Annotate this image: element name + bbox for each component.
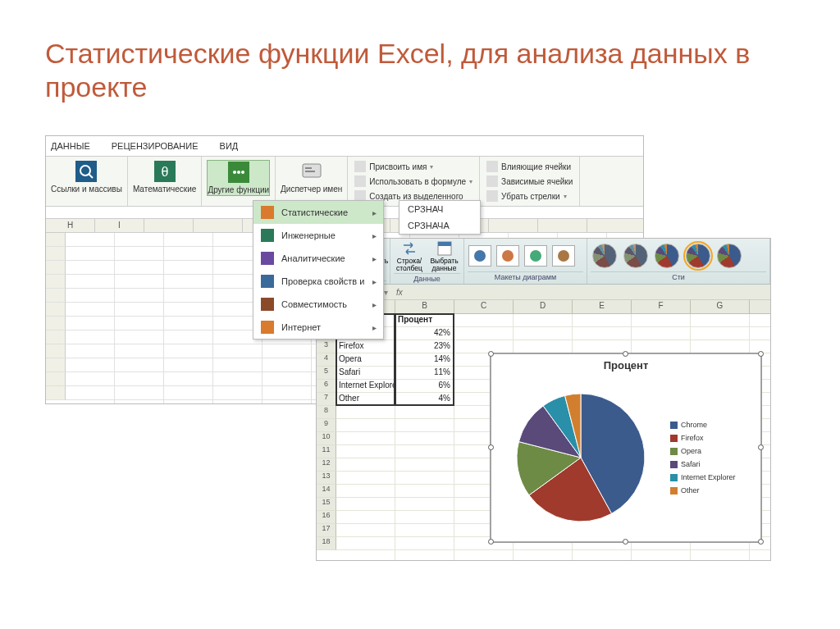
style-thumb[interactable] bbox=[655, 244, 679, 268]
row-header[interactable]: 14 bbox=[317, 485, 336, 498]
cell[interactable]: Safari bbox=[336, 367, 394, 379]
row-header[interactable]: 10 bbox=[317, 432, 336, 445]
cell[interactable]: 42% bbox=[395, 327, 453, 340]
svg-rect-16 bbox=[261, 298, 274, 311]
dropdown-web[interactable]: Интернет▸ bbox=[253, 316, 383, 339]
dropdown-cube[interactable]: Аналитические▸ bbox=[253, 247, 383, 270]
legend-item: Chrome bbox=[670, 421, 756, 429]
chart-title: Процент bbox=[491, 354, 760, 376]
tab-data[interactable]: ДАННЫЕ bbox=[48, 139, 94, 153]
svg-rect-0 bbox=[75, 161, 97, 182]
col-b[interactable]: B bbox=[395, 300, 454, 313]
lookup-label: Ссылки и массивы bbox=[51, 185, 122, 194]
row-header[interactable]: 8 bbox=[317, 406, 336, 419]
ribbon-tabs: ДАННЫЕ РЕЦЕНЗИРОВАНИЕ ВИД bbox=[46, 136, 643, 157]
select-data-button[interactable]: Выбрать данные bbox=[428, 240, 460, 273]
dropdown-compat[interactable]: Совместимость▸ bbox=[253, 293, 383, 316]
row-header[interactable]: 16 bbox=[317, 511, 336, 524]
excel-chart-screenshot: Изменить тип диаграммы Сохранить как шаб… bbox=[316, 238, 771, 561]
col-header-h[interactable]: H bbox=[46, 219, 95, 232]
row-header[interactable]: 15 bbox=[317, 498, 336, 511]
cell[interactable]: 11% bbox=[395, 367, 453, 379]
svg-point-8 bbox=[241, 171, 244, 174]
select-data-icon bbox=[436, 240, 453, 257]
legend-item: Safari bbox=[670, 460, 756, 468]
svg-rect-11 bbox=[305, 171, 315, 172]
row-header[interactable]: 3 bbox=[317, 340, 336, 353]
cell[interactable]: 23% bbox=[395, 340, 453, 353]
legend-item: Firefox bbox=[670, 434, 756, 442]
row-header[interactable]: 12 bbox=[317, 458, 336, 472]
row-header[interactable]: 13 bbox=[317, 472, 336, 485]
cell[interactable]: Opera bbox=[336, 353, 394, 366]
svg-rect-12 bbox=[261, 206, 274, 219]
style-thumb[interactable] bbox=[686, 244, 710, 268]
cube-icon bbox=[260, 251, 275, 266]
col-e[interactable]: E bbox=[573, 300, 632, 313]
row-header[interactable]: 11 bbox=[317, 445, 336, 458]
stat-icon bbox=[260, 205, 275, 220]
layout-thumb-4[interactable] bbox=[552, 245, 575, 267]
dropdown-engineering[interactable]: Инженерные▸ bbox=[253, 224, 383, 247]
flyout-averagea[interactable]: СРЗНАЧА bbox=[399, 217, 480, 234]
style-thumb[interactable] bbox=[592, 244, 617, 268]
cell[interactable]: Firefox bbox=[336, 340, 394, 353]
more-functions-button[interactable]: Другие функции bbox=[207, 160, 270, 196]
math-button[interactable]: θ Математические bbox=[133, 160, 197, 194]
svg-rect-17 bbox=[261, 321, 274, 334]
define-name-item[interactable]: Присвоить имя ▾ bbox=[353, 160, 474, 173]
col-g[interactable]: G bbox=[691, 300, 750, 313]
tab-view[interactable]: ВИД bbox=[217, 139, 242, 153]
cell[interactable]: Процент bbox=[395, 314, 453, 326]
cell[interactable]: 6% bbox=[395, 380, 453, 392]
cell[interactable]: 4% bbox=[395, 393, 453, 405]
col-f[interactable]: F bbox=[632, 300, 691, 313]
row-header[interactable]: 18 bbox=[317, 537, 336, 550]
cell[interactable]: Internet Explorer bbox=[336, 380, 394, 392]
layout-thumb-1[interactable] bbox=[468, 245, 491, 267]
style-thumb[interactable] bbox=[717, 244, 742, 268]
col-header-i[interactable]: I bbox=[95, 219, 144, 232]
svg-point-26 bbox=[502, 250, 514, 262]
style-thumb[interactable] bbox=[623, 244, 648, 268]
more-label: Другие функции bbox=[208, 185, 269, 195]
fx-icon[interactable]: fx bbox=[391, 288, 408, 297]
ribbon-bar: Ссылки и массивы θ Математические Другие… bbox=[46, 157, 643, 207]
trace-precedents-item[interactable]: Влияющие ячейки bbox=[485, 160, 574, 173]
math-label: Математические bbox=[133, 185, 197, 194]
compat-icon bbox=[260, 297, 275, 312]
flyout-average[interactable]: СРЗНАЧ bbox=[399, 201, 480, 217]
row-header[interactable]: 4 bbox=[317, 353, 336, 367]
col-d[interactable]: D bbox=[514, 300, 573, 313]
col-c[interactable]: C bbox=[454, 300, 514, 313]
dropdown-statistical[interactable]: Статистические▸ bbox=[253, 201, 383, 224]
switch-row-col-button[interactable]: Строка/столбец bbox=[394, 240, 425, 273]
column-headers-2: A B C D E F G bbox=[317, 300, 770, 314]
name-manager-label: Диспетчер имен bbox=[281, 185, 342, 194]
row-header[interactable]: 5 bbox=[317, 367, 336, 380]
row-header[interactable]: 6 bbox=[317, 380, 336, 393]
name-manager-button[interactable]: Диспетчер имен bbox=[281, 160, 342, 194]
layout-thumb-3[interactable] bbox=[524, 245, 547, 267]
group-layouts-label: Макеты диаграмм bbox=[468, 271, 583, 282]
svg-rect-13 bbox=[261, 229, 274, 242]
row-header[interactable]: 7 bbox=[317, 393, 336, 406]
layout-thumb-2[interactable] bbox=[496, 245, 519, 267]
trace-dependents-item[interactable]: Зависимые ячейки bbox=[485, 175, 574, 188]
row-header[interactable]: 17 bbox=[317, 524, 336, 537]
svg-rect-10 bbox=[305, 167, 312, 169]
row-header[interactable]: 9 bbox=[317, 419, 336, 432]
worksheet-grid-2[interactable]: 123456789101112131415161718 БраузерПроце… bbox=[317, 314, 770, 560]
dropdown-info[interactable]: Проверка свойств и▸ bbox=[253, 270, 383, 293]
eng-icon bbox=[260, 228, 275, 243]
svg-point-27 bbox=[530, 250, 541, 262]
group-data-label: Данные bbox=[394, 273, 460, 284]
use-in-formula-item[interactable]: Использовать в формуле ▾ bbox=[353, 175, 474, 188]
remove-arrows-item[interactable]: Убрать стрелки ▾ bbox=[485, 189, 574, 203]
cell[interactable]: 14% bbox=[395, 353, 453, 366]
embedded-pie-chart[interactable]: Процент ChromeFirefoxOperaSafariInternet… bbox=[491, 353, 761, 542]
slide-title: Статистические функции Excel, для анализ… bbox=[0, 0, 840, 121]
tab-review[interactable]: РЕЦЕНЗИРОВАНИЕ bbox=[108, 139, 202, 153]
cell[interactable]: Other bbox=[336, 393, 394, 405]
lookup-button[interactable]: Ссылки и массивы bbox=[51, 160, 122, 194]
